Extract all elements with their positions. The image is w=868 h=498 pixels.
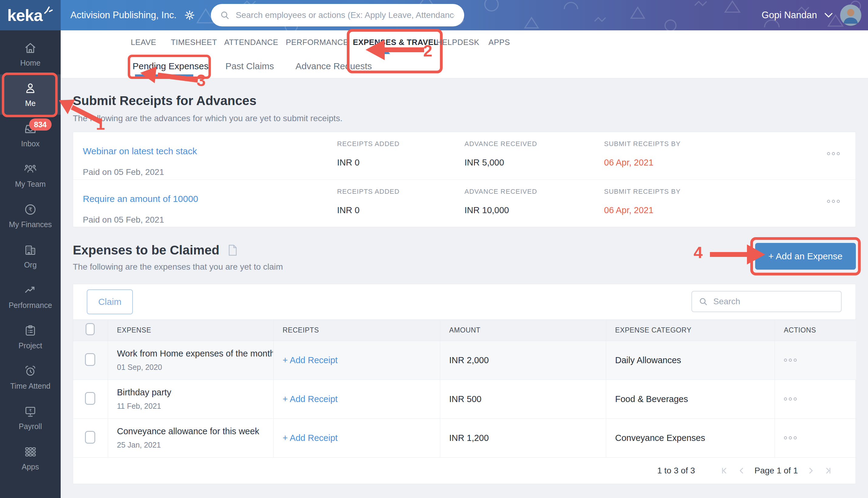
col-header-expense: EXPENSE xyxy=(108,319,273,341)
expense-title: Work from Home expenses of the month - S… xyxy=(117,349,273,358)
document-icon xyxy=(227,244,238,256)
advance-title-link[interactable]: Webinar on latest tech stack xyxy=(83,146,197,156)
sidebar-item-label: Me xyxy=(25,99,36,108)
submit-by-label: SUBMIT RECEIPTS BY xyxy=(604,140,680,148)
add-receipt-link[interactable]: + Add Receipt xyxy=(283,394,338,404)
advance-title-link[interactable]: Require an amount of 10000 xyxy=(83,194,198,204)
select-all-checkbox[interactable] xyxy=(85,323,95,335)
next-page-icon[interactable] xyxy=(806,467,815,475)
subtab-advance-requests[interactable]: Advance Requests xyxy=(296,61,372,71)
tab-performance[interactable]: PERFORMANCE xyxy=(286,38,349,47)
col-header-category: EXPENSE CATEGORY xyxy=(606,319,775,341)
tab-helpdesk[interactable]: HELPDESK xyxy=(436,38,479,47)
add-expense-button-label: + Add an Expense xyxy=(769,251,842,261)
svg-text:₹: ₹ xyxy=(28,206,32,213)
sidebar-item-home[interactable]: Home xyxy=(0,34,61,75)
advance-row: Require an amount of 10000 Paid on 05 Fe… xyxy=(73,180,856,227)
sidebar-item-payroll[interactable]: ₹ Payroll xyxy=(0,397,61,438)
sidebar-item-label: My Team xyxy=(15,180,46,188)
advance-paid-on: Paid on 05 Feb, 2021 xyxy=(83,215,164,225)
sidebar-item-project[interactable]: Project xyxy=(0,317,61,357)
add-receipt-link[interactable]: + Add Receipt xyxy=(283,433,338,443)
global-search-input[interactable] xyxy=(235,10,455,20)
user-menu[interactable]: Gopi Nandan xyxy=(761,0,861,30)
advance-received-label: ADVANCE RECEIVED xyxy=(464,188,537,196)
search-icon xyxy=(699,297,708,306)
tab-timesheet[interactable]: TIMESHEET xyxy=(171,38,217,47)
performance-trend-icon xyxy=(24,284,37,297)
last-page-icon[interactable] xyxy=(823,467,832,475)
page-indicator: Page 1 of 1 xyxy=(755,466,798,475)
table-search-input[interactable] xyxy=(713,296,834,307)
home-icon xyxy=(24,41,37,55)
add-expense-button[interactable]: + Add an Expense xyxy=(755,243,856,270)
row-menu-icon[interactable] xyxy=(784,358,856,362)
avatar[interactable] xyxy=(840,4,861,26)
claim-button[interactable]: Claim xyxy=(87,289,133,314)
advance-received-label: ADVANCE RECEIVED xyxy=(464,140,537,148)
advances-section-title: Submit Receipts for Advances xyxy=(73,93,856,108)
tab-leave[interactable]: LEAVE xyxy=(131,38,156,47)
submit-by-date: 06 Apr, 2021 xyxy=(604,205,653,215)
sidebar-item-label: Project xyxy=(18,341,42,350)
sidebar-item-org[interactable]: Org xyxy=(0,236,61,276)
row-checkbox[interactable] xyxy=(85,353,95,366)
table-row: Conveyance allowance for this week 25 Ja… xyxy=(73,418,856,457)
sidebar-item-my-finances[interactable]: ₹ My Finances xyxy=(0,196,61,236)
expenses-table: EXPENSE RECEIPTS AMOUNT EXPENSE CATEGORY… xyxy=(73,319,856,458)
active-subtab-underline xyxy=(135,75,193,77)
add-receipt-link[interactable]: + Add Receipt xyxy=(283,355,338,365)
expense-title: Conveyance allowance for this week xyxy=(117,426,273,436)
active-tab-pointer xyxy=(380,48,390,54)
table-row: Work from Home expenses of the month - S… xyxy=(73,341,856,380)
row-menu-icon[interactable] xyxy=(784,436,856,440)
claims-section-description: The following are the expenses that you … xyxy=(73,262,283,272)
row-checkbox[interactable] xyxy=(85,431,95,444)
logo-spark-icon xyxy=(43,4,53,15)
tab-expenses-travel[interactable]: EXPENSES & TRAVEL xyxy=(353,38,438,47)
expense-date: 25 Jan, 2021 xyxy=(117,441,273,449)
subtab-past-claims[interactable]: Past Claims xyxy=(226,61,274,71)
row-checkbox[interactable] xyxy=(85,392,95,405)
tab-attendance[interactable]: ATTENDANCE xyxy=(224,38,278,47)
topbar: keka xyxy=(0,0,868,30)
search-icon xyxy=(220,10,230,20)
expense-category: Daily Allowances xyxy=(615,355,681,365)
sidebar-item-apps[interactable]: Apps xyxy=(0,438,61,478)
expense-category: Conveyance Expenses xyxy=(615,433,705,443)
subtab-pending-expenses[interactable]: Pending Expenses xyxy=(133,61,208,71)
inbox-badge: 834 xyxy=(29,118,52,131)
prev-page-icon[interactable] xyxy=(737,467,746,475)
expense-amount: INR 2,000 xyxy=(449,355,489,365)
user-name: Gopi Nandan xyxy=(761,10,817,21)
keka-logo[interactable]: keka xyxy=(0,0,61,30)
first-page-icon[interactable] xyxy=(721,467,729,475)
row-menu-icon[interactable] xyxy=(784,397,856,401)
tab-expenses-travel-label: EXPENSES & TRAVEL xyxy=(353,38,438,47)
main-area: LEAVE TIMESHEET ATTENDANCE PERFORMANCE E… xyxy=(61,30,868,498)
sidebar-item-performance[interactable]: Performance xyxy=(0,276,61,317)
sidebar-item-my-team[interactable]: My Team xyxy=(0,155,61,196)
sidebar-item-time-attend[interactable]: Time Attend xyxy=(0,357,61,397)
advances-list: Webinar on latest tech stack Paid on 05 … xyxy=(73,132,856,227)
receipts-added-label: RECEIPTS ADDED xyxy=(337,188,399,196)
claims-section-title: Expenses to be Claimed xyxy=(73,243,219,258)
svg-text:₹: ₹ xyxy=(29,408,32,413)
advance-row-menu-icon[interactable] xyxy=(827,152,840,155)
keka-logo-text: keka xyxy=(7,7,42,23)
rupee-circle-icon: ₹ xyxy=(24,203,37,216)
sidebar-item-label: Org xyxy=(24,261,37,269)
sidebar-item-me[interactable]: Me xyxy=(0,75,61,115)
expense-date: 01 Sep, 2020 xyxy=(117,363,273,372)
sidebar-item-label: Inbox xyxy=(21,140,39,148)
settings-gear-icon[interactable] xyxy=(184,10,195,21)
receipts-added-label: RECEIPTS ADDED xyxy=(337,140,399,148)
tab-apps[interactable]: APPS xyxy=(488,38,510,47)
table-footer: 1 to 3 of 3 Page 1 of 1 xyxy=(73,458,856,484)
project-clipboard-icon xyxy=(24,324,37,337)
advance-row-menu-icon[interactable] xyxy=(827,200,840,203)
sidebar-item-inbox[interactable]: 834 Inbox xyxy=(0,115,61,155)
keka-app: keka xyxy=(0,0,868,498)
advance-received-value: INR 10,000 xyxy=(464,205,509,215)
expenses-table-panel: Claim xyxy=(73,284,856,484)
